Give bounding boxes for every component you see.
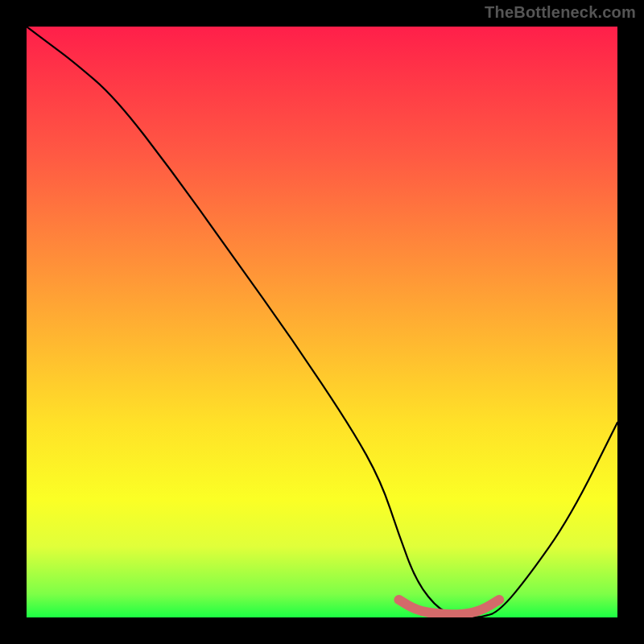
chart-frame: TheBottleneck.com xyxy=(0,0,644,644)
plot-area xyxy=(27,27,617,617)
target-band-path xyxy=(398,600,499,614)
chart-svg xyxy=(27,27,617,617)
watermark-text: TheBottleneck.com xyxy=(485,3,636,22)
bottleneck-curve-path xyxy=(27,27,617,617)
